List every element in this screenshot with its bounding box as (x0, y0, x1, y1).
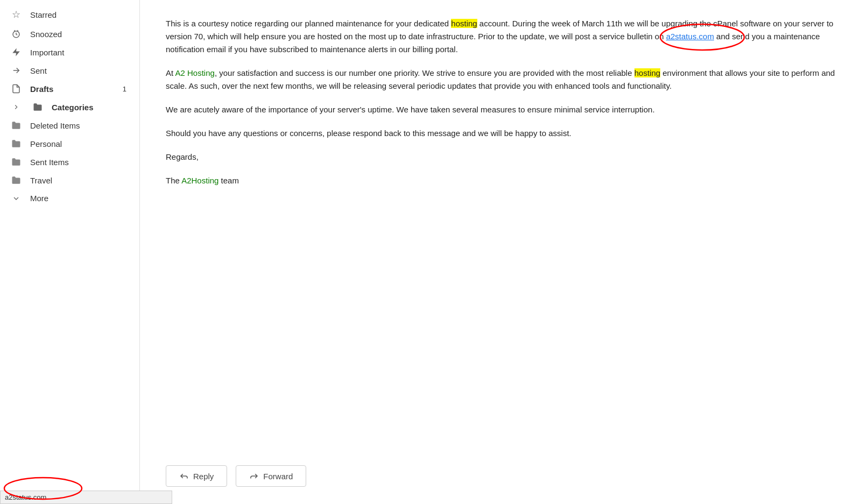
reply-label: Reply (193, 472, 214, 481)
sidebar-item-important[interactable]: Important (0, 43, 135, 61)
folder-icon (30, 102, 45, 112)
svg-marker-3 (12, 48, 20, 56)
sidebar-item-categories[interactable]: Categories (0, 98, 135, 116)
link-container: a2status.com (666, 32, 716, 41)
chevron-down-icon (9, 194, 24, 203)
clock-icon (9, 29, 24, 39)
sidebar-item-deleted[interactable]: Deleted Items (0, 116, 135, 134)
svg-line-1 (14, 30, 15, 31)
sidebar-item-snoozed[interactable]: Snoozed (0, 25, 135, 43)
drafts-badge: 1 (116, 85, 126, 93)
sidebar: ☆ Starred Snoozed Important Sent Dra (0, 0, 140, 504)
signature-before: The (166, 176, 181, 185)
forward-icon (249, 471, 259, 481)
sidebar-item-drafts[interactable]: Drafts 1 (0, 80, 135, 98)
sidebar-item-starred[interactable]: ☆ Starred (0, 4, 135, 25)
email-regards: Regards, (166, 151, 835, 164)
email-paragraph-1: This is a courtesy notice regarding our … (166, 17, 835, 56)
hosting-highlight-2: hosting (634, 68, 660, 77)
svg-line-2 (17, 30, 18, 31)
reply-button[interactable]: Reply (166, 465, 227, 487)
folder-icon (9, 120, 24, 130)
email-signature: The A2Hosting team (166, 174, 835, 187)
sidebar-item-sent-items[interactable]: Sent Items (0, 153, 135, 171)
email-paragraph-3: We are acutely aware of the importance o… (166, 103, 835, 116)
text-mid: , your satisfaction and success is our n… (215, 68, 634, 77)
email-body: This is a courtesy notice regarding our … (140, 0, 861, 452)
sidebar-item-label: Important (30, 48, 126, 57)
forward-label: Forward (263, 472, 293, 481)
sidebar-item-label: Drafts (30, 84, 116, 94)
sidebar-item-label: Snoozed (30, 30, 126, 39)
star-icon: ☆ (9, 9, 24, 20)
action-bar: Reply Forward (140, 452, 861, 504)
expand-icon (9, 103, 24, 111)
a2hosting-green: A2 Hosting (175, 68, 215, 77)
sidebar-item-label: Sent (30, 66, 126, 75)
reply-icon (179, 471, 189, 481)
sidebar-item-label: Travel (30, 176, 126, 185)
drafts-icon (9, 84, 24, 94)
sidebar-item-label: Deleted Items (30, 121, 126, 130)
folder-icon (9, 175, 24, 185)
sidebar-item-label: Starred (30, 10, 126, 19)
a2status-link[interactable]: a2status.com (666, 32, 714, 41)
forward-button[interactable]: Forward (236, 465, 306, 487)
sidebar-item-label: Categories (52, 103, 126, 112)
folder-icon (9, 139, 24, 148)
important-icon (9, 47, 24, 57)
sidebar-item-label: More (30, 194, 126, 203)
sidebar-item-travel[interactable]: Travel (0, 171, 135, 189)
folder-icon (9, 157, 24, 167)
sidebar-item-label: Sent Items (30, 158, 126, 167)
sidebar-item-more[interactable]: More (0, 189, 135, 207)
sidebar-item-label: Personal (30, 139, 126, 148)
text-at: At (166, 68, 175, 77)
sidebar-item-sent[interactable]: Sent (0, 61, 135, 80)
statusbar-text: a2status.com (5, 493, 46, 501)
signature-after: team (218, 176, 239, 185)
sidebar-item-personal[interactable]: Personal (0, 134, 135, 153)
email-content-area: This is a courtesy notice regarding our … (140, 0, 861, 504)
email-paragraph-4: Should you have any questions or concern… (166, 127, 835, 140)
sent-icon (9, 66, 24, 75)
a2hosting-signature: A2Hosting (181, 176, 218, 185)
hosting-highlight: hosting (451, 19, 477, 28)
statusbar: a2status.com (0, 491, 172, 504)
text-before-hosting: This is a courtesy notice regarding our … (166, 19, 451, 28)
email-paragraph-2: At A2 Hosting, your satisfaction and suc… (166, 67, 835, 93)
